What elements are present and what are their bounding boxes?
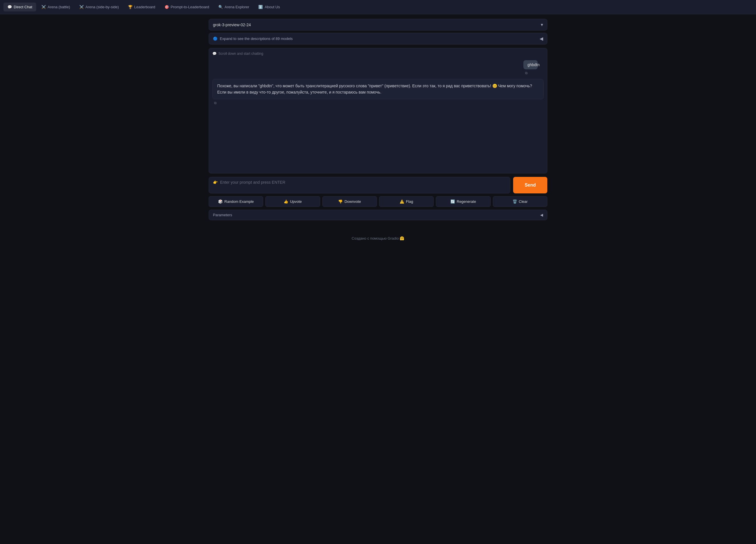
tab-prompt-to-leaderboard-label: Prompt-to-Leaderboard xyxy=(171,5,209,9)
upvote-button[interactable]: 👍 Upvote xyxy=(265,196,320,207)
assistant-message: Похоже, вы написали "ghbdtn", что может … xyxy=(212,79,544,99)
expand-models-label: Expand to see the descriptions of 89 mod… xyxy=(220,36,293,41)
parameters-bar[interactable]: Parameters ◀ xyxy=(209,210,547,220)
prompt-input-wrapper: 👉 xyxy=(209,177,510,193)
clear-label: Clear xyxy=(519,199,528,204)
prompt-input[interactable] xyxy=(220,180,506,190)
regenerate-icon: 🔄 xyxy=(450,199,455,204)
upvote-label: Upvote xyxy=(290,199,302,204)
footer-text: Создано с помощью Gradio 🤗 xyxy=(352,236,405,240)
assistant-message-text: Похоже, вы написали "ghbdtn", что может … xyxy=(217,84,532,94)
tab-arena-battle[interactable]: ⚔️ Arena (battle) xyxy=(37,3,74,11)
arena-battle-icon: ⚔️ xyxy=(41,5,46,9)
regenerate-button[interactable]: 🔄 Regenerate xyxy=(436,196,490,207)
copy-icon: ⧉ xyxy=(525,71,528,75)
flag-label: Flag xyxy=(406,199,413,204)
tab-arena-side-by-side-label: Arena (side-by-side) xyxy=(86,5,119,9)
action-buttons: 🎲 Random Example 👍 Upvote 👎 Downvote ⚠️ … xyxy=(209,196,547,207)
user-message-block: ghbdtn ⧉ xyxy=(523,60,544,76)
clear-button[interactable]: 🗑️ Clear xyxy=(493,196,547,207)
clear-icon: 🗑️ xyxy=(513,199,517,204)
user-message-wrapper: ghbdtn ⧉ xyxy=(212,60,544,76)
assistant-copy-icon: ⧉ xyxy=(214,101,217,105)
random-example-label: Random Example xyxy=(224,199,254,204)
prompt-to-leaderboard-icon: 🎯 xyxy=(164,5,169,9)
parameters-chevron: ◀ xyxy=(540,213,543,217)
chat-hint-text: Scroll down and start chatting xyxy=(218,52,263,56)
main-content: grok-3-preview-02-24 ▾ 🔵 Expand to see t… xyxy=(204,14,552,225)
tab-arena-explorer[interactable]: 🔍 Arena Explorer xyxy=(214,3,253,11)
about-us-icon: ℹ️ xyxy=(258,5,263,9)
downvote-label: Downvote xyxy=(344,199,361,204)
nav-bar: 💬 Direct Chat ⚔️ Arena (battle) ⚔️ Arena… xyxy=(0,0,756,14)
flag-button[interactable]: ⚠️ Flag xyxy=(379,196,434,207)
downvote-button[interactable]: 👎 Downvote xyxy=(322,196,377,207)
input-row: 👉 Send xyxy=(209,177,547,193)
footer: Создано с помощью Gradio 🤗 xyxy=(0,225,756,246)
chat-window: 💬 Scroll down and start chatting ghbdtn … xyxy=(209,48,547,173)
regenerate-label: Regenerate xyxy=(457,199,476,204)
downvote-icon: 👎 xyxy=(338,199,343,204)
upvote-icon: 👍 xyxy=(284,199,288,204)
expand-models-left: 🔵 Expand to see the descriptions of 89 m… xyxy=(213,36,293,41)
tab-about-us-label: About Us xyxy=(265,5,280,9)
tab-prompt-to-leaderboard[interactable]: 🎯 Prompt-to-Leaderboard xyxy=(160,3,213,11)
assistant-message-wrapper: Похоже, вы написали "ghbdtn", что может … xyxy=(212,79,544,105)
random-example-button[interactable]: 🎲 Random Example xyxy=(209,196,263,207)
direct-chat-icon: 💬 xyxy=(7,5,12,9)
expand-models-bar[interactable]: 🔵 Expand to see the descriptions of 89 m… xyxy=(209,33,547,44)
arena-explorer-icon: 🔍 xyxy=(218,5,223,9)
assistant-message-copy-button[interactable]: ⧉ xyxy=(212,100,544,105)
expand-models-dot-icon: 🔵 xyxy=(213,36,218,41)
expand-models-chevron: ◀ xyxy=(540,36,543,41)
tab-arena-battle-label: Arena (battle) xyxy=(48,5,70,9)
user-message: ghbdtn xyxy=(523,60,538,69)
parameters-label: Parameters xyxy=(213,213,232,217)
send-button[interactable]: Send xyxy=(513,177,547,193)
model-selector-chevron: ▾ xyxy=(541,22,543,27)
random-example-icon: 🎲 xyxy=(218,199,223,204)
tab-about-us[interactable]: ℹ️ About Us xyxy=(254,3,284,11)
tab-leaderboard-label: Leaderboard xyxy=(134,5,155,9)
tab-leaderboard[interactable]: 🏆 Leaderboard xyxy=(124,3,159,11)
prompt-icon: 👉 xyxy=(213,180,218,184)
flag-icon: ⚠️ xyxy=(400,199,404,204)
tab-direct-chat-label: Direct Chat xyxy=(14,5,32,9)
leaderboard-icon: 🏆 xyxy=(128,5,133,9)
chat-hint-icon: 💬 xyxy=(212,52,217,56)
tab-arena-side-by-side[interactable]: ⚔️ Arena (side-by-side) xyxy=(75,3,123,11)
model-selector[interactable]: grok-3-preview-02-24 ▾ xyxy=(209,19,547,31)
user-message-copy-button[interactable]: ⧉ xyxy=(523,70,529,76)
arena-side-by-side-icon: ⚔️ xyxy=(79,5,84,9)
tab-arena-explorer-label: Arena Explorer xyxy=(225,5,249,9)
user-message-text: ghbdtn xyxy=(527,62,540,67)
tab-direct-chat[interactable]: 💬 Direct Chat xyxy=(3,3,36,11)
chat-hint: 💬 Scroll down and start chatting xyxy=(212,52,544,56)
model-selector-value: grok-3-preview-02-24 xyxy=(213,23,251,27)
